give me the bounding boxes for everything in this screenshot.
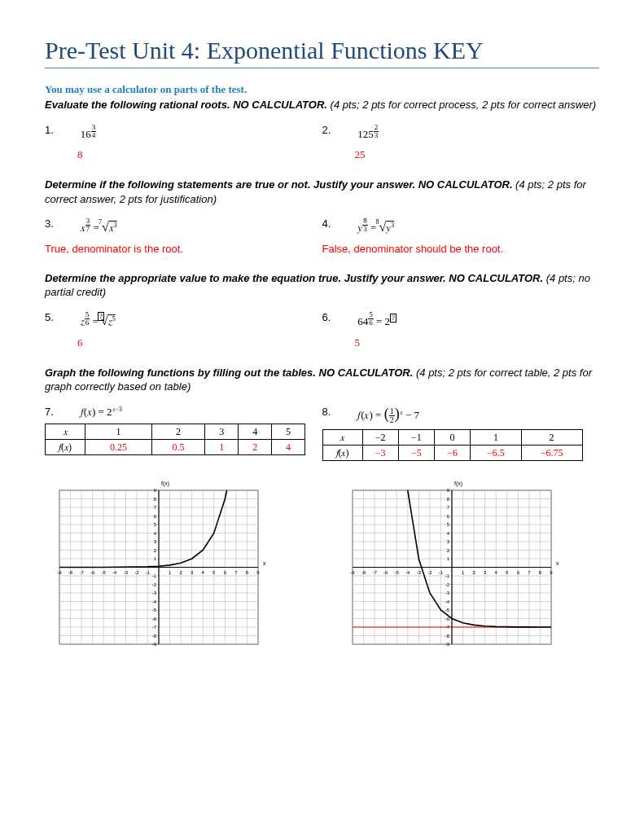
q4-expr: 𝑦83 = 8√𝑦3 xyxy=(357,217,394,235)
svg-text:-8: -8 xyxy=(152,634,157,639)
svg-text:-9: -9 xyxy=(57,570,62,575)
svg-text:-2: -2 xyxy=(427,570,432,575)
sec2-instructions: Determine if the following statements ar… xyxy=(45,178,599,206)
svg-text:-4: -4 xyxy=(445,599,450,604)
q3-expr: 𝑥37 = 7√𝑥3 xyxy=(81,217,117,235)
svg-text:-9: -9 xyxy=(445,642,450,647)
svg-text:-9: -9 xyxy=(350,570,355,575)
svg-text:f(x): f(x) xyxy=(454,481,462,487)
q2-expr: 12523 xyxy=(357,124,379,141)
q1-num: 1. xyxy=(45,124,77,136)
svg-text:-3: -3 xyxy=(417,570,422,575)
q4-answer: False, denominator should be the root. xyxy=(322,243,600,255)
q2-answer: 25 xyxy=(355,148,600,161)
sec3-instructions: Determine the appropriate value to make … xyxy=(45,271,599,300)
q1-expr: 1634 xyxy=(81,124,97,141)
svg-text:-5: -5 xyxy=(152,608,157,612)
page-title: Pre-Test Unit 4: Exponential Functions K… xyxy=(45,37,599,68)
q8-expr: 𝑓(𝑥) = (12)𝑥 − 7 xyxy=(357,406,419,425)
q7-expr: 𝑓(𝑥) = 2𝑥−3 xyxy=(81,406,122,419)
svg-text:-4: -4 xyxy=(405,570,410,575)
svg-text:9: 9 xyxy=(550,570,553,575)
svg-text:-5: -5 xyxy=(445,608,450,612)
svg-text:-8: -8 xyxy=(445,634,450,639)
sec1-instructions: Evaluate the following rational roots. N… xyxy=(45,98,599,112)
svg-text:-9: -9 xyxy=(152,642,157,647)
svg-text:-7: -7 xyxy=(372,570,377,575)
svg-text:-6: -6 xyxy=(383,570,388,575)
q7-graph: -9-8-7-6-5-4-3-2-1123456789-9-8-7-6-5-4-… xyxy=(45,476,273,659)
svg-text:-6: -6 xyxy=(152,617,157,621)
subheader: You may use a calculator on parts of the… xyxy=(45,83,599,96)
svg-text:-4: -4 xyxy=(112,570,117,575)
svg-text:-7: -7 xyxy=(152,625,157,630)
q5-answer: 6 xyxy=(77,336,322,349)
sec4-instructions: Graph the following functions by filling… xyxy=(45,366,599,394)
q5-num: 5. xyxy=(45,311,77,323)
q3-num: 3. xyxy=(45,217,77,230)
svg-text:-3: -3 xyxy=(152,590,157,595)
q1-answer: 8 xyxy=(77,148,322,161)
q3-answer: True, denominator is the root. xyxy=(45,243,322,255)
q2-num: 2. xyxy=(322,124,355,136)
q5-expr: 𝑧56 = ?√𝑧5 xyxy=(81,311,116,328)
svg-text:x: x xyxy=(263,560,266,566)
svg-text:x: x xyxy=(556,560,559,566)
svg-text:-2: -2 xyxy=(152,582,157,587)
svg-text:-4: -4 xyxy=(152,599,157,604)
svg-text:-1: -1 xyxy=(439,570,444,575)
svg-text:-2: -2 xyxy=(445,582,450,587)
svg-text:-8: -8 xyxy=(361,570,366,575)
svg-text:-3: -3 xyxy=(445,590,450,595)
svg-text:f(x): f(x) xyxy=(161,481,169,487)
svg-text:-7: -7 xyxy=(445,625,450,630)
svg-text:-5: -5 xyxy=(395,570,400,575)
q6-expr: 6456 = 2? xyxy=(357,311,396,328)
q8-num: 8. xyxy=(322,406,355,418)
svg-text:-6: -6 xyxy=(90,570,95,575)
svg-text:-5: -5 xyxy=(102,570,107,575)
q6-num: 6. xyxy=(322,311,355,323)
svg-text:-1: -1 xyxy=(152,573,157,578)
q7-num: 7. xyxy=(45,406,77,418)
q8-graph: -9-8-7-6-5-4-3-2-1123456789-9-8-7-6-5-4-… xyxy=(338,476,566,659)
q7-table: 𝑥12345 𝑓(𝑥)0.250.5124 xyxy=(45,424,305,455)
svg-text:9: 9 xyxy=(256,570,260,575)
svg-text:-1: -1 xyxy=(445,573,450,578)
svg-text:-8: -8 xyxy=(68,570,73,575)
q8-table: 𝑥−2−1012 𝑓(𝑥)−3−5−6−6.5−6.75 xyxy=(322,429,583,461)
svg-text:-2: -2 xyxy=(134,570,139,575)
q6-answer: 5 xyxy=(355,336,600,349)
q4-num: 4. xyxy=(322,217,355,230)
svg-text:-3: -3 xyxy=(124,570,129,575)
svg-text:-7: -7 xyxy=(79,570,84,575)
svg-text:-1: -1 xyxy=(146,570,151,575)
